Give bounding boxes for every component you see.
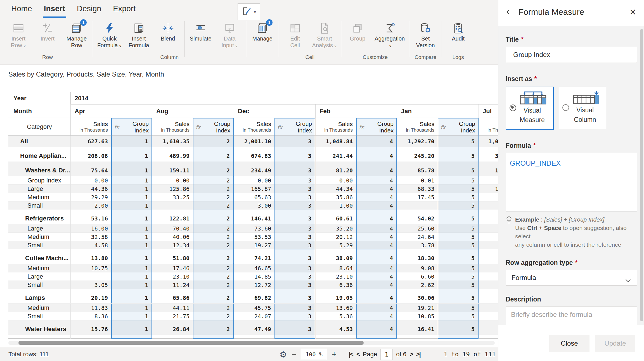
formula-editor[interactable]: GROUP_INDEX <box>506 153 637 212</box>
group-index-cell[interactable]: 1 <box>111 253 152 264</box>
group-index-cell[interactable]: 1 <box>111 176 152 185</box>
first-page-button[interactable]: |< <box>349 351 353 358</box>
sales-cell[interactable]: 245.20 <box>397 150 438 162</box>
sales-cell[interactable]: 165.87 <box>234 185 274 193</box>
panel-scrollbar[interactable] <box>640 29 643 321</box>
sales-cell[interactable]: 69.82 <box>234 292 274 303</box>
sales-cell[interactable]: 0.01 <box>397 176 438 185</box>
group-index-column-header[interactable]: fxGroupIndex <box>356 118 397 136</box>
group-index-cell[interactable]: 3 <box>274 136 315 147</box>
row-label[interactable]: Medium <box>8 264 70 272</box>
sales-cell[interactable]: 159.11 <box>152 165 193 176</box>
sales-cell[interactable]: 14.85 <box>234 272 274 281</box>
sales-cell[interactable]: 146.41 <box>234 213 274 224</box>
tab-design[interactable]: Design <box>73 0 105 18</box>
group-index-cell[interactable]: 2 <box>193 272 234 281</box>
sales-cell-partial[interactable]: 1 <box>479 185 498 193</box>
group-index-cell[interactable]: 1 <box>111 292 152 303</box>
group-index-cell[interactable]: 3 <box>274 253 315 264</box>
zoom-out-button[interactable]: − <box>292 350 297 358</box>
sales-cell[interactable]: 18.30 <box>397 253 438 264</box>
edit-dropdown-button[interactable]: ∨ <box>238 3 260 20</box>
group-index-cell[interactable]: 5 <box>438 233 479 241</box>
sales-cell[interactable]: 5.29 <box>315 241 356 250</box>
sales-cell-partial[interactable] <box>479 281 498 289</box>
sales-cell[interactable] <box>397 201 438 210</box>
sales-cell[interactable]: 24.64 <box>397 233 438 241</box>
group-index-cell[interactable]: 1 <box>111 264 152 272</box>
sales-cell[interactable]: 6.60 <box>397 272 438 281</box>
sales-cell[interactable] <box>70 272 111 281</box>
row-label[interactable]: Small <box>8 201 70 210</box>
group-index-cell[interactable]: 3 <box>274 213 315 224</box>
row-label[interactable]: Washers & Dr... <box>8 165 70 176</box>
group-index-cell[interactable]: 1 <box>111 241 152 250</box>
sales-cell[interactable]: 1,292.70 <box>397 136 438 147</box>
category-header[interactable]: Category <box>8 118 70 136</box>
group-index-cell[interactable]: 5 <box>438 136 479 147</box>
group-index-cell[interactable]: 2 <box>193 253 234 264</box>
month-header-apr[interactable]: Apr <box>70 104 152 118</box>
visual-column-option[interactable]: Visual Column <box>559 87 606 129</box>
group-index-cell[interactable]: 4 <box>356 233 397 241</box>
group-index-cell[interactable]: 5 <box>438 292 479 303</box>
group-index-cell[interactable]: 5 <box>438 201 479 210</box>
group-index-cell[interactable]: 2 <box>193 176 234 185</box>
group-index-cell[interactable]: 4 <box>356 176 397 185</box>
group-index-cell[interactable]: 1 <box>111 324 152 335</box>
sales-column-header[interactable]: Salesin Thousands <box>70 118 111 136</box>
sales-cell[interactable]: 3.00 <box>234 201 274 210</box>
tab-export[interactable]: Export <box>109 0 139 18</box>
group-index-cell[interactable]: 1 <box>111 150 152 162</box>
row-label[interactable]: Small <box>8 241 70 250</box>
group-index-cell[interactable]: 2 <box>193 165 234 176</box>
zoom-level-input[interactable]: 100 % <box>301 349 327 360</box>
sales-cell[interactable]: 85.78 <box>397 165 438 176</box>
sales-cell[interactable]: 73.60 <box>234 224 274 233</box>
sales-cell[interactable]: 19.27 <box>234 241 274 250</box>
group-index-cell[interactable]: 2 <box>193 224 234 233</box>
sales-cell[interactable]: 16.00 <box>70 224 111 233</box>
next-page-button[interactable]: > <box>410 351 413 358</box>
group-index-cell[interactable]: 3 <box>274 201 315 210</box>
sales-cell-partial[interactable] <box>479 224 498 233</box>
sales-cell[interactable]: 44.11 <box>152 304 193 312</box>
sales-cell[interactable]: 16.41 <box>397 324 438 335</box>
group-index-cell[interactable]: 4 <box>356 281 397 289</box>
sales-cell[interactable]: 2.62 <box>397 281 438 289</box>
set-version-button[interactable]: SetVersion <box>411 20 440 54</box>
tab-home[interactable]: Home <box>7 0 36 18</box>
group-index-cell[interactable]: 2 <box>193 292 234 303</box>
group-index-cell[interactable]: 4 <box>356 224 397 233</box>
group-index-cell[interactable]: 2 <box>193 213 234 224</box>
row-label[interactable]: Group Index <box>8 176 70 185</box>
sales-cell-partial[interactable] <box>479 213 498 224</box>
sales-cell[interactable]: 122.81 <box>152 213 193 224</box>
sales-cell[interactable]: 65.86 <box>152 292 193 303</box>
back-icon[interactable]: ‹ <box>506 5 510 18</box>
row-label[interactable]: Refrigerators <box>8 213 70 224</box>
sales-cell[interactable]: 60.61 <box>315 213 356 224</box>
group-index-cell[interactable]: 2 <box>193 241 234 250</box>
group-index-cell[interactable]: 2 <box>193 150 234 162</box>
month-header-aug[interactable]: Aug <box>152 104 234 118</box>
sales-cell-partial[interactable] <box>479 201 498 210</box>
sales-cell[interactable]: 0.00 <box>70 176 111 185</box>
manage-row-button[interactable]: 1ManageRow <box>62 20 91 54</box>
group-index-column-header[interactable]: fxGroupIndex <box>193 118 234 136</box>
sales-cell[interactable]: 38.09 <box>315 253 356 264</box>
group-index-cell[interactable]: 1 <box>111 272 152 281</box>
group-index-cell[interactable]: 1 <box>111 304 152 312</box>
tab-insert[interactable]: Insert <box>40 0 69 18</box>
sales-cell-partial[interactable] <box>479 193 498 201</box>
sales-cell[interactable]: 2,001.10 <box>234 136 274 147</box>
sales-cell[interactable]: 53.53 <box>234 233 274 241</box>
group-index-cell[interactable]: 1 <box>111 224 152 233</box>
group-index-cell[interactable]: 5 <box>438 185 479 193</box>
group-index-cell[interactable]: 3 <box>274 224 315 233</box>
sales-column-header[interactable]: Salesin Thousands <box>397 118 438 136</box>
sales-cell-partial[interactable] <box>479 233 498 241</box>
group-index-cell[interactable]: 3 <box>274 233 315 241</box>
sales-cell[interactable]: 74.21 <box>234 253 274 264</box>
group-index-cell[interactable]: 4 <box>356 312 397 320</box>
